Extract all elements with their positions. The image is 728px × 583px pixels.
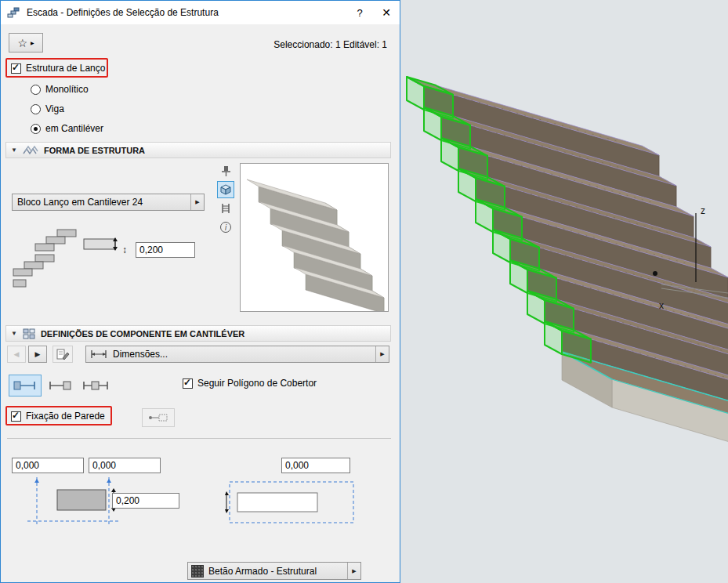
radio-cantilever[interactable]: em Cantiléver bbox=[31, 123, 103, 134]
check-icon: ✓ bbox=[12, 62, 20, 73]
wall-fixing-checkbox[interactable]: ✓ Fixação de Parede bbox=[11, 411, 105, 422]
chevron-right-icon: ▶ bbox=[31, 40, 34, 45]
radio-cantilever-label: em Cantiléver bbox=[45, 123, 103, 134]
radio-circle bbox=[31, 104, 41, 114]
stair-settings-dialog: Escada - Definições de Selecção de Estru… bbox=[0, 0, 400, 583]
thickness-input[interactable] bbox=[136, 242, 195, 258]
chevron-right-icon: ▶ bbox=[190, 194, 204, 210]
profile-2-icon bbox=[48, 378, 73, 393]
section-view-button[interactable] bbox=[217, 200, 234, 217]
help-button[interactable]: ? bbox=[346, 2, 373, 24]
anchor-point-icon bbox=[147, 411, 170, 424]
edit-form-icon bbox=[56, 348, 70, 360]
profile-option-2-button[interactable] bbox=[45, 375, 75, 397]
radio-monolithic[interactable]: Monolítico bbox=[31, 84, 89, 95]
material-button[interactable]: Betão Armado - Estrutural ▶ bbox=[187, 562, 361, 580]
radio-monolithic-label: Monolítico bbox=[45, 84, 89, 95]
dimensions-value: Dimensões... bbox=[108, 349, 172, 360]
material-thumbnail bbox=[191, 565, 204, 578]
title-bar[interactable]: Escada - Definições de Selecção de Estru… bbox=[1, 1, 400, 24]
collapse-triangle-icon: ▼ bbox=[11, 147, 17, 154]
extent-diagram bbox=[225, 474, 360, 530]
hatch-icon bbox=[23, 145, 38, 156]
axis-x-label: x bbox=[659, 300, 664, 311]
radio-beam-label: Viga bbox=[45, 103, 64, 114]
component-grid-icon bbox=[23, 328, 35, 339]
checkbox-box: ✓ bbox=[11, 411, 21, 422]
divider bbox=[7, 438, 391, 439]
check-icon: ✓ bbox=[183, 377, 191, 388]
axis-z-label: z bbox=[701, 205, 705, 216]
chevron-right-icon: ▶ bbox=[375, 346, 389, 362]
edit-component-button[interactable] bbox=[53, 346, 73, 363]
favorites-button[interactable]: ☆ ▶ bbox=[9, 33, 43, 53]
prev-component-button[interactable]: ◀ bbox=[7, 346, 26, 363]
cube-icon bbox=[219, 183, 232, 196]
viewport-3d[interactable]: z x bbox=[400, 0, 728, 583]
offset-c-input[interactable] bbox=[281, 458, 350, 473]
preview-3d-button[interactable] bbox=[217, 181, 234, 198]
section-title: DEFINIÇÕES DE COMPONENTE EM CANTILÉVER bbox=[41, 329, 244, 339]
radio-circle bbox=[31, 85, 41, 95]
collapse-triangle-icon: ▼ bbox=[11, 330, 17, 337]
dimensions-icon bbox=[89, 348, 108, 360]
profile-option-1-button[interactable] bbox=[9, 375, 42, 397]
offset-a-input[interactable] bbox=[12, 458, 84, 473]
chevron-right-icon: ▶ bbox=[347, 563, 360, 579]
preview-stairs-render bbox=[241, 164, 388, 311]
section-title: FORMA DE ESTRUTURA bbox=[44, 146, 145, 155]
follow-polygon-checkbox[interactable]: ✓ Seguir Polígono de Cobertor bbox=[183, 378, 317, 389]
updown-arrow-icon: ↕ bbox=[122, 244, 127, 255]
window-title: Escada - Definições de Selecção de Estru… bbox=[27, 7, 219, 18]
flight-structure-checkbox[interactable]: ✓ Estrutura de Lanço bbox=[11, 63, 105, 74]
structure-preview[interactable] bbox=[240, 163, 389, 312]
section-header-cantilever-component[interactable]: ▼ DEFINIÇÕES DE COMPONENTE EM CANTILÉVER bbox=[5, 325, 391, 342]
profile-1-icon bbox=[13, 378, 38, 393]
stairs-3d-render bbox=[400, 0, 728, 583]
wall-fixing-label: Fixação de Parede bbox=[26, 411, 105, 422]
close-button[interactable]: ✕ bbox=[373, 2, 400, 24]
app-screen: Escada - Definições de Selecção de Estru… bbox=[0, 0, 728, 583]
profile-3-icon bbox=[81, 378, 110, 393]
flight-structure-label: Estrutura de Lanço bbox=[26, 63, 105, 74]
wall-fixing-options-button[interactable] bbox=[142, 408, 175, 427]
selection-status: Seleccionado: 1 Editável: 1 bbox=[273, 39, 387, 50]
height-input[interactable] bbox=[112, 493, 179, 509]
next-component-button[interactable]: ▶ bbox=[28, 346, 47, 363]
pin-button[interactable] bbox=[217, 162, 234, 179]
dimensions-dropdown[interactable]: Dimensões... ▶ bbox=[85, 346, 389, 363]
structure-type-dropdown[interactable]: Bloco Lanço em Cantilever 24 ▶ bbox=[12, 194, 205, 211]
info-icon: i bbox=[220, 222, 231, 233]
star-icon: ☆ bbox=[17, 37, 27, 49]
profile-option-3-button[interactable] bbox=[78, 375, 113, 397]
section-view-icon bbox=[219, 202, 232, 215]
info-button[interactable]: i bbox=[217, 219, 234, 236]
checkbox-box: ✓ bbox=[183, 378, 193, 389]
radio-circle-selected bbox=[31, 124, 41, 134]
thickness-diagram bbox=[12, 228, 131, 291]
follow-polygon-label: Seguir Polígono de Cobertor bbox=[197, 378, 317, 389]
structure-type-value: Bloco Lanço em Cantilever 24 bbox=[13, 197, 147, 208]
stair-app-icon bbox=[6, 6, 20, 19]
material-value: Betão Armado - Estrutural bbox=[204, 566, 321, 577]
offset-b-input[interactable] bbox=[89, 458, 161, 473]
checkbox-box: ✓ bbox=[11, 63, 21, 74]
radio-beam[interactable]: Viga bbox=[31, 103, 64, 114]
pin-icon bbox=[219, 165, 232, 177]
check-icon: ✓ bbox=[12, 410, 20, 421]
section-header-structure-form[interactable]: ▼ FORMA DE ESTRUTURA bbox=[5, 142, 391, 158]
